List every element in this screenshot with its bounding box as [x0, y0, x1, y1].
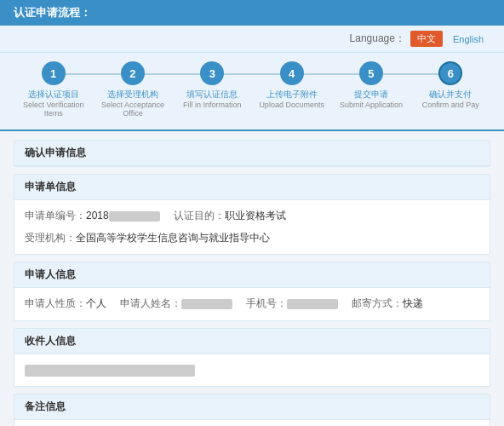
order-label: 申请单编号：	[25, 207, 86, 226]
mail-item: 邮寄方式： 快递	[352, 295, 423, 314]
office-value: 全国高等学校学生信息咨询与就业指导中心	[76, 229, 270, 248]
name-blurred	[181, 299, 232, 309]
application-info-header: 申请单信息	[14, 175, 490, 200]
order-value: 2018	[86, 207, 109, 226]
page-title: 认证申请流程：	[14, 5, 91, 20]
type-value: 个人	[86, 295, 106, 314]
step-label-zh-3: 填写认证信息	[183, 89, 242, 101]
phone-blurred	[287, 299, 338, 309]
office-item: 受理机构： 全国高等学校学生信息咨询与就业指导中心	[25, 229, 270, 248]
cert-purpose-item: 认证目的： 职业资格考试	[174, 207, 286, 226]
step-circle-4: 4	[280, 61, 304, 85]
step-label-en-2: Select Acceptance Office	[93, 101, 172, 118]
remark-body	[14, 420, 490, 426]
step-item-5: 5提交申请Submit Application	[331, 61, 410, 109]
order-item: 申请单编号： 2018	[25, 207, 160, 226]
lang-zh-button[interactable]: 中文	[410, 31, 443, 47]
phone-label: 手机号：	[246, 295, 287, 314]
mail-value: 快递	[403, 295, 423, 314]
name-item: 申请人姓名：	[120, 295, 232, 314]
step-circle-1: 1	[42, 61, 66, 85]
step-circle-2: 2	[121, 61, 145, 85]
step-item-6: 6确认并支付Confirm and Pay	[411, 61, 490, 109]
step-label-zh-6: 确认并支付	[422, 89, 479, 101]
step-circle-5: 5	[359, 61, 383, 85]
office-label: 受理机构：	[25, 229, 76, 248]
top-bar: 认证申请流程：	[0, 0, 504, 26]
step-label-zh-2: 选择受理机构	[93, 89, 172, 101]
step-label-zh-4: 上传电子附件	[259, 89, 324, 101]
applicant-info-row: 申请人性质： 个人 申请人姓名： 手机号： 邮寄方式： 快递	[25, 295, 479, 314]
step-label-en-3: Fill in Information	[183, 101, 242, 109]
step-label-en-5: Submit Application	[340, 101, 403, 109]
cert-purpose-value: 职业资格考试	[225, 207, 286, 226]
step-item-1: 1选择认证项目Select Verification Items	[14, 61, 93, 118]
main-content: 确认申请信息 申请单信息 申请单编号： 2018 认证目的： 职业资格考试 受理…	[0, 131, 504, 426]
mail-label: 邮寄方式：	[352, 295, 403, 314]
application-info-section: 申请单信息 申请单编号： 2018 认证目的： 职业资格考试 受理机构： 全国高…	[14, 174, 490, 255]
recipient-blurred	[25, 365, 195, 377]
applicant-info-header: 申请人信息	[14, 262, 490, 288]
step-label-en-6: Confirm and Pay	[422, 101, 479, 109]
language-label: Language：	[350, 32, 405, 46]
step-labels-5: 提交申请Submit Application	[340, 89, 403, 109]
step-labels-6: 确认并支付Confirm and Pay	[422, 89, 479, 109]
step-label-en-1: Select Verification Items	[14, 101, 93, 118]
type-item: 申请人性质： 个人	[25, 295, 106, 314]
steps-container: 1选择认证项目Select Verification Items2选择受理机构S…	[0, 53, 504, 131]
step-labels-1: 选择认证项目Select Verification Items	[14, 89, 93, 118]
applicant-info-body: 申请人性质： 个人 申请人姓名： 手机号： 邮寄方式： 快递	[14, 288, 490, 320]
step-labels-3: 填写认证信息Fill in Information	[183, 89, 242, 109]
confirm-section: 确认申请信息	[14, 140, 490, 167]
application-info-row: 申请单编号： 2018 认证目的： 职业资格考试 受理机构： 全国高等学校学生信…	[25, 207, 479, 247]
application-info-body: 申请单编号： 2018 认证目的： 职业资格考试 受理机构： 全国高等学校学生信…	[14, 200, 490, 254]
step-item-3: 3填写认证信息Fill in Information	[173, 61, 252, 109]
lang-en-button[interactable]: English	[446, 32, 490, 46]
step-label-en-4: Upload Documents	[259, 101, 324, 109]
applicant-info-section: 申请人信息 申请人性质： 个人 申请人姓名： 手机号： 邮寄方式：	[14, 262, 490, 321]
phone-item: 手机号：	[246, 295, 338, 314]
recipient-info-header: 收件人信息	[14, 329, 490, 354]
step-label-zh-1: 选择认证项目	[14, 89, 93, 101]
step-circle-6: 6	[438, 61, 462, 85]
order-blurred	[109, 211, 160, 222]
steps-row: 1选择认证项目Select Verification Items2选择受理机构S…	[14, 61, 490, 118]
step-item-2: 2选择受理机构Select Acceptance Office	[93, 61, 172, 118]
confirm-header: 确认申请信息	[14, 141, 490, 166]
language-bar: Language： 中文 English	[0, 26, 504, 53]
cert-purpose-label: 认证目的：	[174, 207, 225, 226]
remark-section: 备注信息	[14, 394, 490, 426]
step-labels-2: 选择受理机构Select Acceptance Office	[93, 89, 172, 118]
step-circle-3: 3	[200, 61, 224, 85]
recipient-info-body	[14, 354, 490, 387]
remark-header: 备注信息	[14, 394, 490, 420]
step-item-4: 4上传电子附件Upload Documents	[252, 61, 331, 109]
recipient-info-section: 收件人信息	[14, 328, 490, 388]
step-labels-4: 上传电子附件Upload Documents	[259, 89, 324, 109]
name-label: 申请人姓名：	[120, 295, 181, 314]
type-label: 申请人性质：	[25, 295, 86, 314]
step-label-zh-5: 提交申请	[340, 89, 403, 101]
